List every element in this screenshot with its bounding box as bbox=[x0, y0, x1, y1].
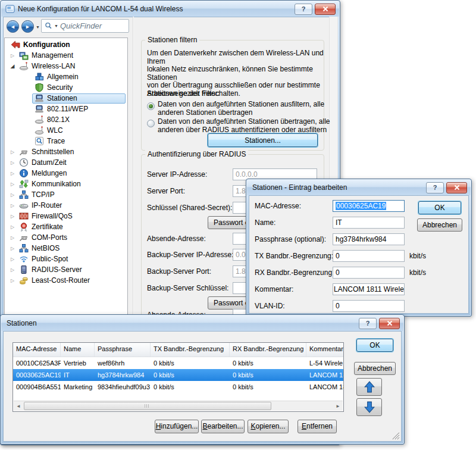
column-header-comment[interactable]: Kommentar bbox=[306, 343, 344, 357]
scroll-left-icon[interactable]: ◄ bbox=[14, 401, 23, 411]
expand-icon[interactable]: ▷ bbox=[8, 235, 17, 240]
tx-limit-field[interactable]: 0 bbox=[333, 250, 405, 262]
sidebar-item-label: Security bbox=[47, 83, 73, 92]
move-up-button[interactable] bbox=[356, 378, 382, 396]
table-header[interactable]: MAC-Adresse Name Passphrase TX Bandbr.-B… bbox=[13, 343, 343, 357]
table-cell: LANCOM 18 bbox=[306, 371, 344, 379]
passphrase-field[interactable]: hg3784hrkw984 bbox=[333, 233, 405, 245]
expand-icon[interactable]: ▷ bbox=[8, 257, 17, 262]
resize-grip[interactable] bbox=[392, 432, 400, 440]
table-row[interactable]: 00010C625A3FVertriebwef86hrh0 kbit/s0 kb… bbox=[13, 357, 343, 369]
help-button[interactable]: ? bbox=[295, 4, 312, 15]
radio-filter-out[interactable] bbox=[147, 102, 155, 110]
sidebar-item-radius-server[interactable]: ▷RADIUS-Server bbox=[6, 264, 126, 275]
expand-icon[interactable]: ▷ bbox=[8, 160, 17, 165]
sidebar-item-least-cost-router[interactable]: ▷Least-Cost-Router bbox=[6, 275, 126, 286]
collapse-icon[interactable]: ◢ bbox=[8, 63, 17, 69]
radio-transfer[interactable] bbox=[147, 120, 155, 127]
help-button[interactable]: ? bbox=[359, 318, 377, 329]
close-button[interactable] bbox=[446, 182, 467, 193]
copy-button[interactable]: Kopieren... bbox=[248, 420, 289, 433]
sidebar-item-firewall-qos[interactable]: ▷Firewall/QoS bbox=[6, 211, 126, 221]
sidebar-item-meldungen[interactable]: ▷Meldungen bbox=[6, 168, 126, 179]
expand-icon[interactable]: ▷ bbox=[8, 53, 17, 58]
stations-titlebar[interactable]: Stationen ? bbox=[1, 315, 403, 331]
stations-table[interactable]: MAC-Adresse Name Passphrase TX Bandbr.-B… bbox=[12, 342, 344, 412]
radio-transfer-label[interactable]: Daten von den aufgeführten Stationen übe… bbox=[158, 117, 330, 134]
clock-icon bbox=[19, 158, 29, 167]
back-button[interactable]: ◄ bbox=[7, 20, 19, 33]
sidebar-item-kommunikation[interactable]: ▷Kommunikation bbox=[6, 179, 126, 189]
stations-button[interactable]: Stationen... bbox=[208, 133, 318, 147]
sidebar-item-label: Public-Spot bbox=[32, 255, 68, 263]
ok-button[interactable]: OK bbox=[356, 339, 393, 352]
mac-address-field[interactable]: 00030625AC19 bbox=[333, 200, 405, 212]
cancel-button[interactable]: Abbrechen bbox=[417, 218, 462, 232]
expand-icon[interactable]: ▷ bbox=[8, 149, 17, 155]
access-point-icon bbox=[35, 126, 44, 135]
cancel-button[interactable]: Abbrechen bbox=[354, 362, 396, 375]
vlan-id-field[interactable]: 0 bbox=[333, 300, 405, 312]
help-button[interactable]: ? bbox=[426, 182, 444, 193]
edit-dialog-titlebar[interactable]: Stationen - Eintrag bearbeiten ? bbox=[247, 180, 471, 195]
sidebar-item-konfiguration[interactable]: Konfiguration bbox=[6, 39, 126, 50]
expand-icon[interactable]: ▷ bbox=[8, 214, 17, 219]
edit-button[interactable]: Bearbeiten... bbox=[201, 420, 245, 433]
expand-icon[interactable]: ▷ bbox=[8, 267, 17, 273]
horizontal-scrollbar[interactable]: ◄ ► bbox=[14, 401, 343, 411]
expand-icon[interactable]: ▷ bbox=[8, 182, 17, 187]
rx-limit-field[interactable]: 0 bbox=[333, 267, 405, 279]
expand-icon[interactable]: ▷ bbox=[8, 192, 17, 198]
sidebar-item-802-11i-wep[interactable]: 802.11i/WEP bbox=[6, 104, 126, 114]
column-header-tx[interactable]: TX Bandbr.-Begrenzung bbox=[151, 343, 230, 357]
sidebar-item-label: TCP/IP bbox=[32, 190, 55, 199]
sidebar-item-com-ports[interactable]: ▷COM-Ports bbox=[6, 232, 126, 243]
sidebar-item-netbios[interactable]: ▷NetBIOS bbox=[6, 243, 126, 254]
sidebar-item-802-1x[interactable]: 802.1X bbox=[6, 114, 126, 125]
scroll-right-icon[interactable]: ► bbox=[333, 401, 343, 411]
add-button[interactable]: Hinzufügen... bbox=[155, 420, 199, 433]
sidebar-item-tcp-ip[interactable]: ▷TCP/IP bbox=[6, 189, 126, 200]
remove-button[interactable]: Entfernen bbox=[298, 420, 337, 433]
expand-icon[interactable]: ▷ bbox=[8, 203, 17, 208]
sidebar-item-public-spot[interactable]: ▷Public-Spot bbox=[6, 254, 126, 264]
sidebar-item-stationen[interactable]: Stationen bbox=[6, 93, 126, 104]
sidebar-item-allgemein[interactable]: Allgemein bbox=[6, 71, 126, 82]
sidebar-item-security[interactable]: Security bbox=[6, 82, 126, 93]
column-header-name[interactable]: Name bbox=[61, 343, 95, 357]
sidebar-item-wlc[interactable]: WLC bbox=[6, 125, 126, 136]
radio-filter-out-label[interactable]: Daten von den aufgeführten Stationen aus… bbox=[158, 100, 324, 117]
column-header-passphrase[interactable]: Passphrase bbox=[95, 343, 151, 357]
filter-group-title: Stationen filtern bbox=[145, 36, 199, 44]
sidebar-item-zertifikate[interactable]: ▷Zertifikate bbox=[6, 221, 126, 232]
forward-button[interactable]: ► bbox=[21, 20, 34, 33]
main-titlebar[interactable]: Neue Konfiguration für LANCOM L-54 dual … bbox=[1, 1, 339, 17]
table-row[interactable]: 00030625AC19IThg3784hrkw9840 kbit/s0 kbi… bbox=[13, 369, 343, 381]
search-dropdown-icon[interactable]: ▼ bbox=[54, 24, 58, 28]
sidebar-item-trace[interactable]: Trace bbox=[6, 136, 126, 146]
sidebar-item-management[interactable]: ▷Management bbox=[6, 50, 126, 61]
ok-button[interactable]: OK bbox=[418, 201, 461, 214]
quickfinder-input[interactable]: ▼ QuickFinder bbox=[41, 19, 129, 33]
sidebar-item-schnittstellen[interactable]: ▷Schnittstellen bbox=[6, 146, 126, 157]
sidebar-item-datum-zeit[interactable]: ▷Datum/Zeit bbox=[6, 157, 126, 168]
expand-icon[interactable]: ▷ bbox=[8, 278, 17, 283]
expand-icon[interactable]: ▷ bbox=[8, 224, 17, 230]
comment-field[interactable]: LANCOM 1811 Wireless bbox=[333, 283, 405, 295]
close-button[interactable] bbox=[379, 318, 400, 329]
sidebar-item-ip-router[interactable]: ▷IP-Router bbox=[6, 200, 126, 211]
close-button[interactable] bbox=[315, 4, 336, 15]
scrollbar-track[interactable] bbox=[23, 401, 333, 411]
nav-dropdown-icon[interactable]: ▼ bbox=[36, 25, 40, 29]
column-header-rx[interactable]: RX Bandbr.-Begrenzung bbox=[230, 343, 306, 357]
sidebar-item-label: Management bbox=[32, 51, 73, 60]
sidebar-item-wireless-lan[interactable]: ◢Wireless-LAN bbox=[6, 61, 126, 71]
expand-icon[interactable]: ▷ bbox=[8, 246, 17, 251]
expand-icon[interactable]: ▷ bbox=[8, 171, 17, 176]
move-down-button[interactable] bbox=[356, 398, 382, 416]
table-cell: 000904B6A551 bbox=[13, 383, 61, 390]
table-row[interactable]: 000904B6A551Marketing9834hfieuhdf09u30 k… bbox=[13, 381, 343, 393]
scrollbar-thumb[interactable] bbox=[24, 402, 271, 410]
column-header-mac[interactable]: MAC-Adresse bbox=[13, 343, 61, 357]
name-field[interactable]: IT bbox=[333, 217, 405, 229]
